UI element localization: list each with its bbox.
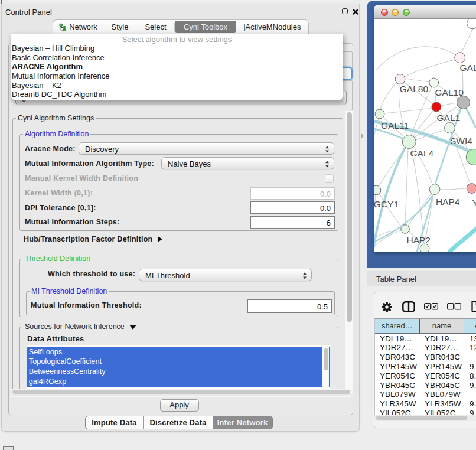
network-node-top-partial[interactable] [467,19,476,29]
table-cell: YBL079W [425,390,461,399]
table-cell: 9. [470,381,476,390]
network-node-GAL1[interactable] [432,102,441,112]
panel-splitter-handle[interactable] [361,134,363,138]
unchecked-boxes-icon[interactable] [447,303,461,310]
algorithm-option[interactable]: Basic Correlation Inference [11,53,343,63]
network-window-titlebar [374,5,476,19]
minimize-light-icon[interactable] [392,9,399,16]
zoom-light-icon[interactable] [403,9,410,16]
columns-icon[interactable] [402,301,415,312]
tab-network[interactable]: Network [53,20,103,34]
document-icon[interactable] [471,301,476,312]
network-edge [411,87,432,135]
tab-cyni-toolbox[interactable]: Cyni Toolbox [175,21,236,33]
table-header-bottom-border [375,333,476,334]
table-row[interactable]: YBR043CYBR043C [375,353,476,362]
network-edge [376,47,459,71]
mi-steps-field[interactable]: 6 [250,216,335,229]
data-attributes-list[interactable]: SelfLoopsTopologicalCoefficientBetweenne… [27,345,330,389]
bottom-tab-infer-network[interactable]: Infer Network [213,416,272,429]
sources-group: Sources for Network Inference Data Attri… [19,327,338,389]
tab-select[interactable]: Select [136,20,175,34]
algorithm-option[interactable]: Dream8 DC_TDC Algorithm [11,90,343,99]
table-row[interactable]: YPR145WYPR145W9. [375,362,476,371]
algorithm-option[interactable]: ARACNE Algorithm [11,62,343,71]
column-header-A[interactable]: A [464,319,476,333]
column-header-name[interactable]: name [420,319,464,333]
algorithm-option[interactable]: Bayesian – Hill Climbing [11,44,343,53]
bottom-tab-bar: Impute DataDiscretize DataInfer Network [85,416,273,429]
table-row[interactable]: YLR345WYLR345W9. [375,399,476,409]
network-node-GAL10[interactable] [429,78,439,87]
dpi-tolerance-field[interactable]: 0.0 [250,201,335,214]
network-canvas[interactable]: GALGAL80GAL10GAL1GAL11SWI4GAL4GCY1HAP4YH… [374,19,476,252]
kernel-width-label: Kernel Width (0,1): [25,189,93,197]
table-row[interactable]: YDL19…YDL19…13 [375,334,476,344]
network-icon [59,23,67,31]
network-edge [412,148,424,244]
aracne-mode-combobox[interactable]: Discovery [79,142,334,155]
network-node-GAL[interactable] [455,53,465,63]
combo-arrows-icon [303,272,307,279]
aracne-mode-value: Discovery [85,145,119,154]
table-row[interactable]: YBR045CYBR045C9. [375,381,476,390]
network-node-HAP2[interactable] [401,225,410,234]
network-node-HAP4[interactable] [429,184,440,195]
tab-jactivemnodules[interactable]: jActiveMNodules [236,20,308,34]
network-node-gray-node[interactable] [457,96,470,109]
bottom-tab-discretize-data[interactable]: Discretize Data [144,416,213,429]
which-threshold-combobox[interactable]: MI Threshold [139,269,312,281]
table-cell: 9. [470,409,476,415]
network-node-Y-partial[interactable] [467,184,476,194]
close-light-icon[interactable] [381,9,388,16]
network-node-GAL11[interactable] [375,109,384,119]
float-window-icon[interactable] [342,8,348,14]
close-icon[interactable] [353,9,358,15]
attribute-list-item[interactable]: gal4RGexp [27,377,330,387]
gear-icon[interactable] [382,302,392,312]
attribute-list-item[interactable]: SelfLoops [27,347,330,357]
table-cell: YLR345W [425,399,461,409]
sources-title[interactable]: Sources for Network Inference [23,322,138,331]
settings-horizontal-scrollbar[interactable] [11,389,353,394]
table-cell: YDR27… [425,343,458,353]
tab-style[interactable]: Style [103,20,136,34]
attributes-list-scrollbar-thumb[interactable] [324,348,328,370]
bottom-tab-impute-data[interactable]: Impute Data [86,416,144,429]
kernel-width-field[interactable]: 0.0 [250,187,335,200]
column-header-shared…[interactable]: shared… [375,319,420,333]
tab-label: jActiveMNodules [244,22,301,31]
hub-section-toggle[interactable]: Hub/Transcription Factor Definition [24,235,162,243]
network-node-SWI4[interactable] [445,123,455,133]
network-node-bottom-partial[interactable] [420,244,429,252]
table-row[interactable]: YER054CYER054C8. [375,371,476,381]
checked-boxes-icon[interactable] [424,303,438,310]
attribute-list-item[interactable]: TopologicalCoefficient [27,357,330,367]
mi-threshold-label: Mutual Information Threshold: [31,301,142,309]
node-labels: GALGAL80GAL10GAL1GAL11SWI4GAL4GCY1HAP4YH… [374,63,476,245]
algorithm-option[interactable]: Bayesian – K2 [11,81,343,90]
node-table[interactable]: shared…nameAYDL19…YDL19…13YDR27…YDR27…12… [374,318,476,415]
table-horizontal-scrollbar[interactable] [374,415,476,421]
settings-vertical-scrollbar[interactable] [345,111,353,389]
settings-vertical-scrollbar-thumb[interactable] [347,112,353,322]
network-node-GCY1[interactable] [374,185,381,195]
apply-button[interactable]: Apply [160,399,199,412]
network-node-GAL80[interactable] [395,74,405,84]
attribute-list-item[interactable]: BetweennessCentrality [27,367,330,377]
table-cell: 8. [470,371,476,381]
table-row[interactable]: YDR27…YDR27…12 [375,343,476,353]
mi-threshold-field[interactable]: 0.5 [247,299,332,313]
algorithm-option[interactable]: Mutual Information Inference [11,71,343,81]
settings-horizontal-scrollbar-thumb[interactable] [12,390,350,394]
table-row[interactable]: YIL052CYIL052C9. [375,409,476,415]
table-horizontal-scrollbar-thumb[interactable] [376,416,467,420]
table-row[interactable]: YBL079WYBL079W [375,390,476,399]
mi-algorithm-type-combobox[interactable]: Naive Bayes [161,157,334,169]
attributes-list-scrollbar[interactable] [322,345,329,389]
node-label-GAL1: GAL1 [437,113,461,123]
manual-kernel-checkbox[interactable] [325,174,334,183]
network-node-GAL4[interactable] [402,135,416,149]
table-cell: YIL052C [380,409,411,415]
mi-threshold-definition-group: MI Threshold Definition Mutual Informati… [26,291,335,315]
